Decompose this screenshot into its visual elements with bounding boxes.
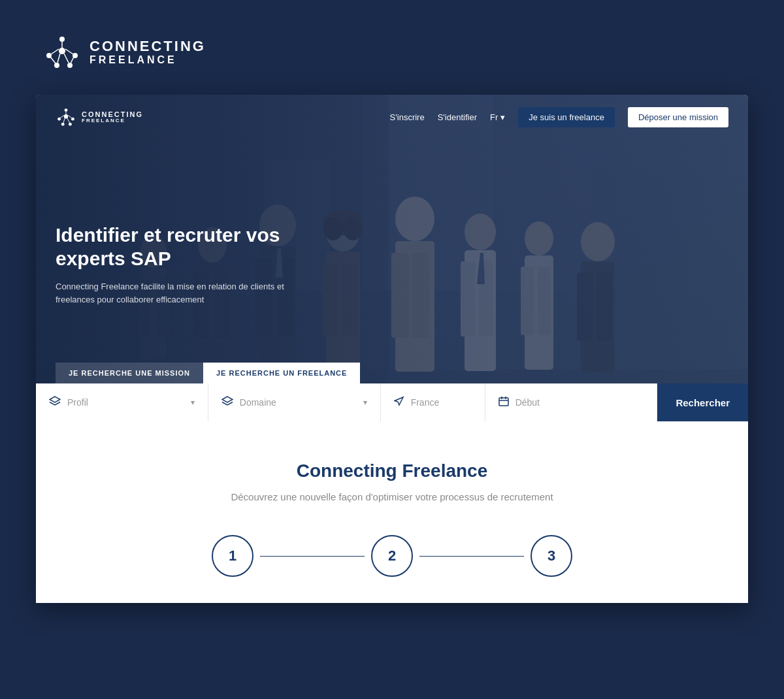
search-button[interactable]: Rechercher — [657, 383, 748, 421]
calendar-svg-icon — [498, 396, 509, 406]
outer-background: CONNECTING FREELANCE — [0, 0, 784, 603]
svg-point-5 — [59, 48, 65, 54]
nav-logo-text: CONNECTING FREELANCE — [82, 110, 143, 124]
calendar-icon — [498, 396, 509, 409]
search-bar: Profil ▾ Domaine ▾ — [36, 383, 748, 421]
section-subtitle: Découvrez une nouvelle façon d'optimiser… — [62, 491, 722, 502]
profile-icon — [49, 395, 61, 410]
search-tabs: JE RECHERCHE UNE MISSION JE RECHERCHE UN… — [56, 363, 748, 383]
section-title: Connecting Freelance — [62, 461, 722, 481]
outer-logo-text: CONNECTING FREELANCE — [90, 39, 206, 66]
domain-arrow-icon: ▾ — [363, 398, 367, 407]
profile-label: Profil — [67, 397, 88, 408]
location-field[interactable]: France — [381, 383, 485, 421]
nav-logo: CONNECTING FREELANCE — [56, 106, 143, 127]
navbar: CONNECTING FREELANCE S'inscrire S'identi… — [36, 95, 748, 139]
lang-label: Fr — [490, 112, 498, 122]
svg-point-0 — [59, 37, 65, 42]
hero-subtitle: Connecting Freelance facilite la mise en… — [56, 280, 317, 306]
tab-mission[interactable]: JE RECHERCHE UNE MISSION — [56, 363, 203, 383]
profile-arrow-icon: ▾ — [191, 398, 195, 407]
profile-field[interactable]: Profil ▾ — [36, 383, 208, 421]
login-link[interactable]: S'identifier — [438, 112, 477, 122]
search-section: JE RECHERCHE UNE MISSION JE RECHERCHE UN… — [36, 363, 748, 421]
freelance-button[interactable]: Je suis un freelance — [518, 107, 615, 127]
nav-logo-icon — [56, 106, 76, 127]
location-icon — [394, 396, 404, 409]
svg-line-12 — [71, 57, 74, 63]
location-label: France — [411, 397, 440, 408]
hero-content: Identifier et recruter vos experts SAP C… — [56, 223, 317, 306]
lang-chevron-icon: ▾ — [500, 112, 505, 122]
svg-line-66 — [63, 118, 65, 123]
svg-rect-68 — [499, 398, 508, 406]
date-field[interactable]: Début — [485, 383, 658, 421]
tab-freelance[interactable]: JE RECHERCHE UN FREELANCE — [203, 363, 360, 383]
nav-logo-line1: CONNECTING — [82, 110, 143, 118]
step-2-circle: 2 — [371, 535, 413, 577]
svg-point-4 — [67, 63, 73, 68]
svg-line-67 — [67, 118, 70, 123]
domain-label: Domaine — [240, 397, 276, 408]
step-3-circle: 3 — [531, 535, 572, 577]
domain-icon — [221, 395, 233, 410]
svg-line-64 — [60, 116, 64, 118]
outer-logo-line2: FREELANCE — [90, 54, 206, 66]
signin-link[interactable]: S'inscrire — [390, 112, 425, 122]
svg-point-57 — [65, 108, 68, 112]
mission-button[interactable]: Déposer une mission — [628, 107, 728, 127]
svg-line-8 — [65, 49, 73, 54]
domain-layers-icon — [221, 395, 233, 407]
hero-section: CONNECTING FREELANCE S'inscrire S'identi… — [36, 95, 748, 421]
nav-links: S'inscrire S'identifier Fr ▾ Je suis un … — [390, 107, 728, 127]
steps-row: 1 2 3 — [62, 535, 722, 577]
outer-logo: CONNECTING FREELANCE — [36, 33, 748, 72]
svg-line-9 — [57, 54, 60, 63]
layers-icon — [49, 395, 61, 407]
date-label: Début — [515, 397, 540, 408]
step-1-circle: 1 — [212, 535, 253, 577]
svg-point-62 — [64, 114, 68, 118]
outer-logo-line1: CONNECTING — [90, 39, 206, 54]
svg-line-65 — [68, 116, 72, 118]
step-line-2 — [419, 556, 524, 557]
step-line-1 — [260, 556, 365, 557]
browser-window: CONNECTING FREELANCE S'inscrire S'identi… — [36, 95, 748, 603]
hero-title: Identifier et recruter vos experts SAP — [56, 223, 317, 270]
svg-point-60 — [61, 123, 65, 126]
domain-field[interactable]: Domaine ▾ — [208, 383, 381, 421]
lang-selector[interactable]: Fr ▾ — [490, 112, 505, 122]
nav-logo-line2: FREELANCE — [82, 118, 143, 124]
svg-point-61 — [69, 123, 72, 126]
send-icon — [394, 396, 404, 406]
outer-logo-icon — [42, 33, 82, 72]
svg-line-7 — [51, 49, 59, 54]
svg-line-11 — [50, 57, 56, 63]
svg-line-10 — [64, 54, 69, 63]
white-section: Connecting Freelance Découvrez une nouve… — [36, 421, 748, 603]
